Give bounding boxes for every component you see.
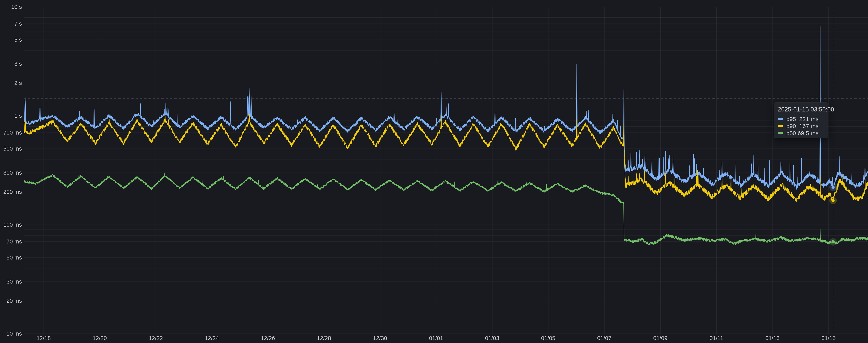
x-tick-label: 01/11 [710, 335, 723, 341]
y-tick-label: 5 s [14, 36, 22, 43]
tooltip-series-value: 69.5 ms [798, 130, 826, 136]
y-tick-label: 10 s [11, 3, 22, 10]
tooltip-series-value: 221 ms [799, 116, 826, 122]
x-tick-label: 01/01 [429, 335, 443, 341]
tooltip-series-label: p95 [786, 116, 796, 122]
y-tick-label: 700 ms [3, 129, 22, 136]
x-tick-label: 12/20 [93, 335, 107, 341]
hover-tooltip: 2025-01-15 03:50:00 p95221 msp90167 msp5… [774, 102, 828, 138]
tooltip-row: p90167 ms [778, 123, 826, 130]
y-tick-label: 10 ms [6, 330, 22, 337]
series-color-swatch [778, 125, 783, 127]
latency-percentiles-panel: 10 s7 s5 s3 s2 s1 s700 ms500 ms300 ms200… [0, 0, 868, 343]
latency-chart-canvas[interactable] [0, 0, 868, 343]
tooltip-series-value: 167 ms [799, 123, 826, 129]
x-tick-label: 01/05 [541, 335, 555, 341]
y-tick-label: 500 ms [3, 145, 22, 152]
y-tick-label: 100 ms [3, 221, 22, 228]
tooltip-series-label: p90 [786, 123, 796, 129]
y-tick-label: 300 ms [3, 169, 22, 176]
tooltip-row: p5069.5 ms [778, 130, 826, 137]
y-tick-label: 50 ms [6, 254, 22, 261]
tooltip-row: p95221 ms [778, 116, 826, 123]
x-tick-label: 12/28 [317, 335, 331, 341]
y-tick-label: 200 ms [3, 188, 22, 195]
x-tick-label: 12/18 [37, 335, 51, 341]
tooltip-series-label: p50 [786, 130, 796, 136]
x-tick-label: 01/03 [485, 335, 499, 341]
series-color-swatch [778, 118, 783, 120]
y-tick-label: 3 s [14, 60, 22, 67]
x-tick-label: 01/07 [597, 335, 612, 341]
y-tick-label: 20 ms [6, 298, 22, 304]
x-tick-label: 12/24 [205, 335, 219, 341]
series-color-swatch [778, 132, 783, 134]
y-tick-label: 2 s [14, 80, 22, 86]
x-tick-label: 01/13 [766, 335, 780, 341]
y-tick-label: 7 s [14, 20, 22, 27]
x-tick-label: 01/09 [653, 335, 668, 341]
y-tick-label: 30 ms [6, 278, 22, 285]
x-tick-label: 12/26 [261, 335, 275, 341]
tooltip-timestamp: 2025-01-15 03:50:00 [778, 106, 826, 113]
x-tick-label: 12/30 [373, 335, 387, 341]
tooltip-rows: p95221 msp90167 msp5069.5 ms [778, 116, 826, 137]
x-tick-label: 01/15 [822, 335, 836, 341]
y-tick-label: 70 ms [6, 238, 22, 245]
y-tick-label: 1 s [14, 113, 22, 119]
x-tick-label: 12/22 [149, 335, 163, 341]
